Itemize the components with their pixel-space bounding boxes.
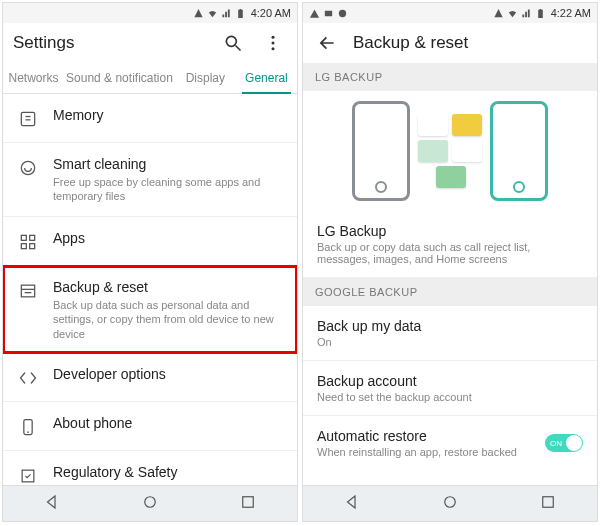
- section-google-backup: GOOGLE BACKUP: [303, 278, 597, 306]
- lg-backup-illustration: [303, 91, 597, 211]
- overflow-button[interactable]: [259, 29, 287, 57]
- overflow-icon: [263, 33, 283, 53]
- item-memory[interactable]: Memory: [3, 94, 297, 143]
- status-bar: 4:20 AM: [3, 3, 297, 23]
- svg-point-5: [272, 47, 275, 50]
- svg-rect-13: [30, 243, 35, 248]
- item-label: LG Backup: [317, 223, 583, 239]
- status-time: 4:20 AM: [251, 7, 291, 19]
- sync-icon: [337, 8, 348, 19]
- battery-icon: [235, 8, 246, 19]
- item-automatic-restore[interactable]: Automatic restore When reinstalling an a…: [303, 416, 597, 470]
- svg-point-20: [145, 496, 156, 507]
- svg-rect-25: [543, 496, 554, 507]
- wifi-icon: [207, 8, 218, 19]
- svg-point-3: [272, 36, 275, 39]
- item-subtitle: Free up space by cleaning some apps and …: [53, 175, 283, 204]
- item-lg-backup[interactable]: LG Backup Back up or copy data such as c…: [303, 211, 597, 278]
- svg-point-23: [339, 9, 346, 16]
- item-backup-reset[interactable]: Backup & reset Back up data such as pers…: [3, 265, 297, 354]
- mute-icon: [193, 8, 204, 19]
- item-label: Apps: [53, 229, 283, 247]
- svg-point-9: [21, 161, 34, 174]
- item-about-phone[interactable]: About phone: [3, 402, 297, 451]
- item-smart-cleaning[interactable]: Smart cleaning Free up space by cleaning…: [3, 143, 297, 217]
- automatic-restore-toggle[interactable]: ON: [545, 434, 583, 452]
- settings-list[interactable]: Memory Smart cleaning Free up space by c…: [3, 94, 297, 485]
- status-time: 4:22 AM: [551, 7, 591, 19]
- signal-icon: [521, 8, 532, 19]
- item-subtitle: Need to set the backup account: [317, 391, 583, 403]
- tab-display[interactable]: Display: [175, 63, 236, 93]
- regulatory-icon: [17, 465, 39, 485]
- nav-recent[interactable]: [239, 493, 257, 515]
- svg-rect-12: [21, 243, 26, 248]
- svg-point-24: [445, 496, 456, 507]
- backup-icon: [17, 280, 39, 302]
- old-phone-icon: [352, 101, 410, 201]
- wifi-icon: [507, 8, 518, 19]
- item-label: About phone: [53, 414, 283, 432]
- new-phone-icon: [490, 101, 548, 201]
- item-regulatory[interactable]: Regulatory & Safety: [3, 451, 297, 485]
- page-title: Backup & reset: [353, 33, 587, 53]
- svg-rect-11: [30, 235, 35, 240]
- nav-bar: [3, 485, 297, 521]
- svg-rect-6: [21, 112, 34, 125]
- mute-icon: [493, 8, 504, 19]
- svg-rect-10: [21, 235, 26, 240]
- nav-back[interactable]: [43, 493, 61, 515]
- nav-recent[interactable]: [539, 493, 557, 515]
- item-subtitle: Back up or copy data such as call reject…: [317, 241, 583, 265]
- item-developer[interactable]: Developer options: [3, 353, 297, 402]
- item-label: Backup account: [317, 373, 583, 389]
- memory-icon: [17, 108, 39, 130]
- battery-icon: [535, 8, 546, 19]
- arrow-back-icon: [317, 33, 337, 53]
- developer-icon: [17, 367, 39, 389]
- svg-rect-14: [21, 285, 34, 297]
- transfer-chips: [418, 114, 482, 188]
- tab-sound[interactable]: Sound & notification: [64, 63, 175, 93]
- nav-bar: [303, 485, 597, 521]
- left-phone: 4:20 AM Settings Networks Sound & notifi…: [2, 2, 298, 522]
- item-label: Smart cleaning: [53, 155, 283, 173]
- item-apps[interactable]: Apps: [3, 217, 297, 266]
- item-subtitle: When reinstalling an app, restore backed: [317, 446, 535, 458]
- signal-icon: [221, 8, 232, 19]
- svg-point-4: [272, 42, 275, 45]
- apps-icon: [17, 231, 39, 253]
- search-button[interactable]: [219, 29, 247, 57]
- back-button[interactable]: [313, 29, 341, 57]
- section-lg-backup: LG BACKUP: [303, 63, 597, 91]
- item-label: Developer options: [53, 365, 283, 383]
- tabs: Networks Sound & notification Display Ge…: [3, 63, 297, 94]
- right-phone: 4:22 AM Backup & reset LG BACKUP LG Back…: [302, 2, 598, 522]
- app-bar: Settings: [3, 23, 297, 63]
- app-bar: Backup & reset: [303, 23, 597, 63]
- card-icon: [323, 8, 334, 19]
- nav-home[interactable]: [441, 493, 459, 515]
- search-icon: [223, 33, 243, 53]
- tab-general[interactable]: General: [236, 63, 297, 93]
- svg-point-1: [226, 36, 236, 46]
- item-subtitle: On: [317, 336, 583, 348]
- svg-rect-22: [325, 10, 332, 16]
- nav-home[interactable]: [141, 493, 159, 515]
- phone-icon: [17, 416, 39, 438]
- item-subtitle: Back up data such as personal data and s…: [53, 298, 283, 341]
- clean-icon: [17, 157, 39, 179]
- item-label: Regulatory & Safety: [53, 463, 283, 481]
- item-label: Back up my data: [317, 318, 583, 334]
- nav-back[interactable]: [343, 493, 361, 515]
- page-title: Settings: [13, 33, 207, 53]
- item-backup-account[interactable]: Backup account Need to set the backup ac…: [303, 361, 597, 416]
- warning-icon: [309, 8, 320, 19]
- item-label: Automatic restore: [317, 428, 535, 444]
- item-label: Backup & reset: [53, 278, 283, 296]
- item-backup-my-data[interactable]: Back up my data On: [303, 306, 597, 361]
- tab-networks[interactable]: Networks: [3, 63, 64, 93]
- item-label: Memory: [53, 106, 283, 124]
- svg-line-2: [236, 46, 241, 51]
- backup-list[interactable]: LG BACKUP LG Backup Back up or copy data…: [303, 63, 597, 485]
